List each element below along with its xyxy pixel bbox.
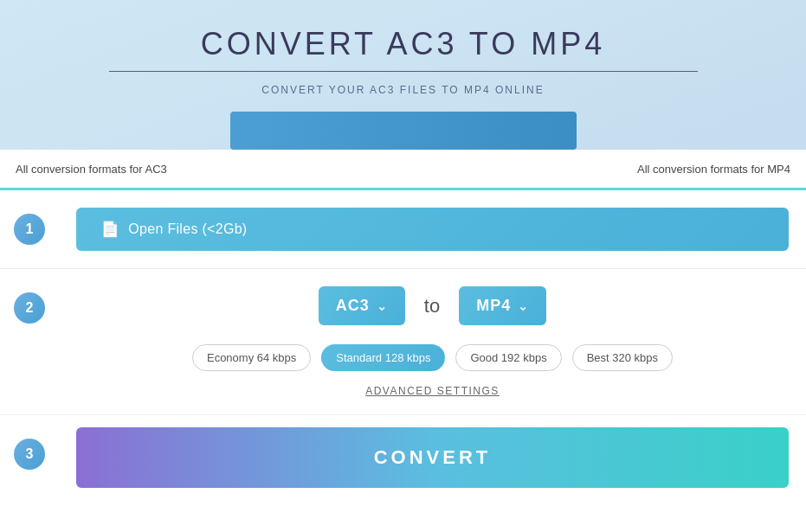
to-format-select[interactable]: MP4 ⌄ — [459, 286, 546, 325]
upload-bar-placeholder — [230, 112, 577, 150]
format-nav-left[interactable]: All conversion formats for AC3 — [16, 154, 167, 184]
page-wrapper: CONVERT AC3 TO MP4 CONVERT YOUR AC3 FILE… — [0, 0, 806, 532]
step-3-row: 3 CONVERT — [0, 415, 806, 500]
from-format-select[interactable]: AC3 ⌄ — [319, 286, 405, 325]
from-chevron-icon: ⌄ — [377, 299, 388, 313]
title-divider — [109, 71, 698, 72]
quality-best[interactable]: Best 320 kbps — [572, 344, 673, 371]
main-content: 1 📄 Open Files (<2Gb) 2 AC3 — [0, 188, 806, 532]
format-nav: All conversion formats for AC3 All conve… — [0, 150, 806, 188]
conversion-row: AC3 ⌄ to MP4 ⌄ — [76, 286, 789, 325]
quality-options: Economy 64 kbps Standard 128 kbps Good 1… — [76, 344, 789, 371]
quality-best-label: Best 320 kbps — [587, 351, 658, 364]
convert-button[interactable]: CONVERT — [76, 427, 789, 488]
step-2-row: 2 AC3 ⌄ to MP4 ⌄ Economy — [0, 269, 806, 415]
to-format-label: MP4 — [476, 297, 511, 315]
step-1-label: 1 — [26, 221, 34, 237]
to-chevron-icon: ⌄ — [518, 299, 529, 313]
step-1-circle: 1 — [14, 214, 45, 245]
step-2-label: 2 — [26, 300, 34, 316]
quality-standard-label: Standard 128 kbps — [336, 351, 430, 364]
step-1-number-col: 1 — [0, 190, 59, 268]
page-subtitle: CONVERT YOUR AC3 FILES TO MP4 ONLINE — [261, 84, 544, 96]
open-files-button[interactable]: 📄 Open Files (<2Gb) — [76, 208, 789, 251]
step-2-content: AC3 ⌄ to MP4 ⌄ Economy 64 kbps Standard … — [59, 269, 806, 414]
file-icon: 📄 — [100, 220, 119, 239]
advanced-settings-link[interactable]: ADVANCED SETTINGS — [76, 385, 789, 397]
from-format-label: AC3 — [336, 297, 370, 315]
step-2-number-col: 2 — [0, 269, 59, 347]
step-1-content: 📄 Open Files (<2Gb) — [59, 190, 806, 268]
step-3-label: 3 — [26, 446, 34, 462]
open-files-label: Open Files (<2Gb) — [128, 221, 247, 237]
step-2-circle: 2 — [14, 292, 45, 324]
step-3-number-col: 3 — [0, 415, 59, 493]
quality-standard[interactable]: Standard 128 kbps — [321, 344, 445, 371]
step-1-row: 1 📄 Open Files (<2Gb) — [0, 190, 806, 269]
quality-good[interactable]: Good 192 kbps — [455, 344, 561, 371]
page-title: CONVERT AC3 TO MP4 — [201, 26, 605, 62]
step-3-circle: 3 — [14, 439, 45, 470]
quality-economy-label: Economy 64 kbps — [207, 351, 296, 364]
quality-good-label: Good 192 kbps — [470, 351, 546, 364]
format-nav-right[interactable]: All conversion formats for MP4 — [637, 154, 790, 184]
step-3-content: CONVERT — [59, 415, 806, 500]
quality-economy[interactable]: Economy 64 kbps — [192, 344, 311, 371]
to-text: to — [419, 295, 445, 317]
